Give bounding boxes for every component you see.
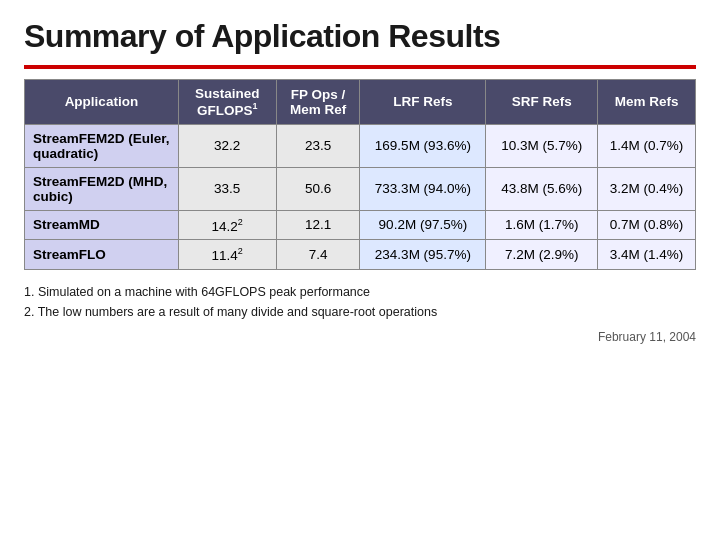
mem-val: 3.2M (0.4%) (598, 167, 696, 210)
table-row: StreamFEM2D (MHD, cubic) 33.5 50.6 733.3… (25, 167, 696, 210)
date-label: February 11, 2004 (24, 330, 696, 344)
app-name: StreamFLO (25, 240, 179, 270)
app-name: StreamFEM2D (MHD, cubic) (25, 167, 179, 210)
col-header-mem: Mem Refs (598, 80, 696, 125)
mem-val: 3.4M (1.4%) (598, 240, 696, 270)
gflops-val: 33.5 (178, 167, 276, 210)
srf-val: 10.3M (5.7%) (486, 124, 598, 167)
col-header-app: Application (25, 80, 179, 125)
lrf-val: 733.3M (94.0%) (360, 167, 486, 210)
footnote-2: 2. The low numbers are a result of many … (24, 302, 696, 322)
table-row: StreamFLO 11.42 7.4 234.3M (95.7%) 7.2M … (25, 240, 696, 270)
col-header-fpops: FP Ops / Mem Ref (276, 80, 360, 125)
fpops-val: 12.1 (276, 210, 360, 240)
app-name: StreamMD (25, 210, 179, 240)
divider (24, 65, 696, 69)
fpops-val: 23.5 (276, 124, 360, 167)
app-name: StreamFEM2D (Euler, quadratic) (25, 124, 179, 167)
table-header-row: Application Sustained GFLOPS1 FP Ops / M… (25, 80, 696, 125)
gflops-val: 11.42 (178, 240, 276, 270)
table-row: StreamFEM2D (Euler, quadratic) 32.2 23.5… (25, 124, 696, 167)
col-header-gflops: Sustained GFLOPS1 (178, 80, 276, 125)
col-header-lrf: LRF Refs (360, 80, 486, 125)
table-row: StreamMD 14.22 12.1 90.2M (97.5%) 1.6M (… (25, 210, 696, 240)
col-header-srf: SRF Refs (486, 80, 598, 125)
fpops-val: 7.4 (276, 240, 360, 270)
results-table: Application Sustained GFLOPS1 FP Ops / M… (24, 79, 696, 270)
footnote-1: 1. Simulated on a machine with 64GFLOPS … (24, 282, 696, 302)
lrf-val: 90.2M (97.5%) (360, 210, 486, 240)
srf-val: 7.2M (2.9%) (486, 240, 598, 270)
mem-val: 0.7M (0.8%) (598, 210, 696, 240)
footnotes: 1. Simulated on a machine with 64GFLOPS … (24, 282, 696, 322)
srf-val: 43.8M (5.6%) (486, 167, 598, 210)
srf-val: 1.6M (1.7%) (486, 210, 598, 240)
gflops-val: 32.2 (178, 124, 276, 167)
lrf-val: 234.3M (95.7%) (360, 240, 486, 270)
page-title: Summary of Application Results (24, 18, 696, 55)
gflops-val: 14.22 (178, 210, 276, 240)
mem-val: 1.4M (0.7%) (598, 124, 696, 167)
fpops-val: 50.6 (276, 167, 360, 210)
lrf-val: 169.5M (93.6%) (360, 124, 486, 167)
